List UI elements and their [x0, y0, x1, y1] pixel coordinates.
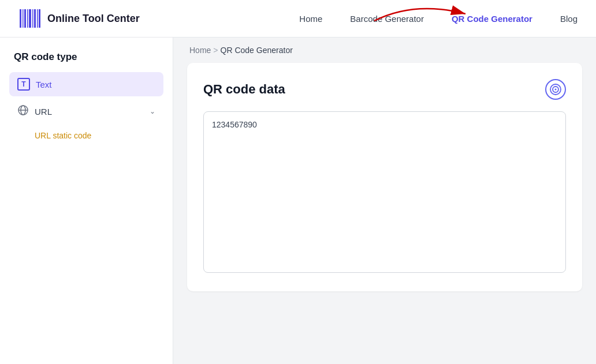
site-title: Online Tool Center [47, 13, 140, 25]
content-card: QR code data 1234567890 [187, 63, 582, 291]
chevron-down-icon: ⌄ [150, 107, 155, 115]
main-content: Home > QR Code Generator QR code data 12… [173, 37, 596, 364]
sidebar-item-url-static[interactable]: URL static code [9, 126, 163, 145]
text-type-icon: T [17, 78, 30, 91]
svg-rect-3 [27, 9, 28, 28]
sidebar-item-url-label: URL [35, 107, 52, 117]
qr-data-textarea[interactable]: 1234567890 [203, 111, 566, 273]
globe-icon [17, 104, 29, 118]
svg-rect-8 [39, 9, 40, 28]
svg-point-15 [555, 89, 557, 91]
breadcrumb-separator: > [213, 46, 218, 55]
header: Online Tool Center Home Barcode Generato… [0, 0, 596, 37]
sidebar-item-text-label: Text [36, 80, 52, 89]
main-nav: Home Barcode Generator QR Code Generator… [299, 14, 578, 24]
breadcrumb-home[interactable]: Home [189, 46, 211, 55]
sidebar-title: QR code type [9, 51, 163, 63]
svg-rect-1 [23, 9, 24, 28]
logo-area: Online Tool Center [18, 7, 140, 30]
content-header: QR code data [203, 79, 566, 100]
svg-rect-7 [37, 9, 38, 28]
sidebar-item-text[interactable]: T Text [9, 72, 163, 96]
qr-settings-button[interactable] [545, 79, 566, 100]
nav-barcode-generator[interactable]: Barcode Generator [350, 14, 424, 24]
section-title: QR code data [203, 82, 285, 97]
svg-rect-4 [29, 9, 31, 28]
sidebar-item-url[interactable]: URL ⌄ [9, 99, 163, 124]
breadcrumb-current: QR Code Generator [221, 46, 293, 55]
svg-rect-5 [32, 9, 33, 28]
logo-icon [18, 7, 42, 30]
breadcrumb: Home > QR Code Generator [173, 37, 596, 63]
nav-blog[interactable]: Blog [560, 14, 578, 24]
svg-rect-2 [24, 9, 26, 28]
sidebar: QR code type T Text URL ⌄ URL static cod… [0, 37, 173, 364]
svg-rect-0 [20, 9, 21, 28]
svg-rect-6 [34, 9, 36, 28]
nav-home[interactable]: Home [299, 14, 322, 24]
page-body: QR code type T Text URL ⌄ URL static cod… [0, 37, 596, 364]
nav-qr-code-generator[interactable]: QR Code Generator [452, 14, 532, 24]
